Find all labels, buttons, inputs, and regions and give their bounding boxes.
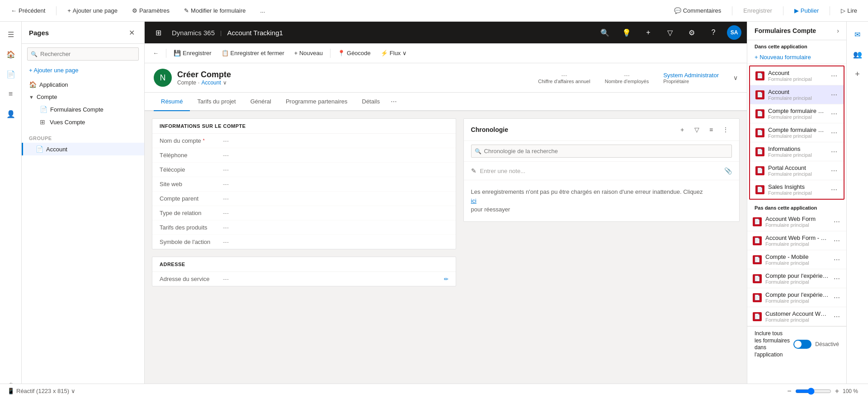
telephone-value[interactable]: ---: [223, 152, 448, 159]
tree-item-vues-compte[interactable]: ⊞ Vues Compte: [22, 116, 144, 128]
right-add-btn[interactable]: +: [849, 65, 867, 83]
form-more-btn[interactable]: ⋯: [830, 128, 838, 137]
geocode-button[interactable]: 📍 Géocode: [333, 47, 375, 59]
hamburger-button[interactable]: ☰: [2, 25, 20, 43]
entity-type-link[interactable]: Account: [201, 80, 221, 86]
form-item-portal-account[interactable]: 📄 Portal Account Formulaire principal ⋯: [750, 161, 844, 180]
form-more-btn[interactable]: ⋯: [830, 185, 838, 194]
form-item-account-2[interactable]: 📄 Account Formulaire principal ⋯: [750, 85, 844, 104]
form-more-btn[interactable]: ⋯: [830, 109, 838, 118]
pages-search-input[interactable]: [27, 47, 139, 61]
attach-icon[interactable]: 📎: [724, 167, 732, 174]
tab-details[interactable]: Détails: [355, 93, 387, 111]
form-more-btn[interactable]: ⋯: [830, 71, 838, 80]
tab-programme[interactable]: Programme partenaires: [278, 93, 355, 111]
form-more-btn[interactable]: ⋯: [833, 274, 841, 283]
form-item-compte-mobile[interactable]: 📄 Compte - Mobile Formulaire principal ⋯: [747, 250, 846, 269]
tree-item-formulaires-compte[interactable]: 📄 Formulaires Compte: [22, 103, 144, 116]
toggle-switch[interactable]: [793, 340, 811, 349]
site-web-value[interactable]: ---: [223, 181, 448, 187]
add-page-btn[interactable]: + Ajouter une page: [22, 64, 144, 76]
address-edit-icon[interactable]: ✏: [444, 276, 448, 282]
filter-button[interactable]: ▽: [662, 24, 678, 41]
flux-button[interactable]: ⚡ Flux ∨: [376, 47, 412, 59]
prev-button[interactable]: ← Précédent: [7, 5, 49, 16]
form-more-btn[interactable]: ⋯: [830, 90, 838, 99]
outlook-icon-btn[interactable]: ✉: [849, 25, 867, 43]
save-close-button[interactable]: 📋 Enregistrer et fermer: [217, 47, 289, 59]
new-form-button[interactable]: + Nouveau formulaire: [747, 51, 846, 64]
zoom-out-button[interactable]: −: [787, 387, 791, 395]
owner-name[interactable]: System Administrator: [663, 72, 719, 79]
retry-link[interactable]: ici: [471, 197, 476, 204]
pages-icon-btn[interactable]: 📄: [2, 65, 20, 83]
params-button[interactable]: ⚙ Paramètres: [128, 5, 173, 16]
tab-resume[interactable]: Résumé: [154, 93, 190, 111]
add-button[interactable]: +: [640, 24, 656, 41]
form-more-btn[interactable]: ⋯: [833, 236, 841, 245]
home-icon-btn[interactable]: 🏠: [2, 45, 20, 63]
form-more-btn[interactable]: ⋯: [833, 312, 841, 321]
more-button[interactable]: ...: [256, 5, 269, 16]
tab-general[interactable]: Général: [243, 93, 278, 111]
chrono-sort-btn[interactable]: ≡: [705, 123, 717, 136]
forms-panel-expand-button[interactable]: ›: [837, 27, 839, 34]
zoom-slider-input[interactable]: [795, 388, 831, 395]
apps-grid-button[interactable]: ⊞: [150, 24, 166, 41]
form-more-btn[interactable]: ⋯: [830, 147, 838, 156]
form-item-account-web-form[interactable]: 📄 Account Web Form Formulaire principal …: [747, 212, 846, 231]
read-button[interactable]: ▷ Lire: [837, 5, 861, 16]
responsive-icon: 📱: [7, 388, 14, 394]
person-icon-btn[interactable]: 👤: [2, 105, 20, 123]
form-item-compte-princ-2[interactable]: 📄 Compte formulaire princ... Formulaire …: [750, 123, 844, 142]
form-item-compte-experience-1[interactable]: 📄 Compte pour l'expérienc... Formulaire …: [747, 269, 846, 288]
user-avatar[interactable]: SA: [727, 25, 741, 40]
form-item-account-1[interactable]: 📄 Account Formulaire principal ⋯: [750, 66, 844, 85]
comments-button[interactable]: 💬 Commentaires: [670, 5, 725, 16]
note-input[interactable]: Entrer une note...: [480, 168, 721, 174]
compte-parent-value[interactable]: ---: [223, 195, 448, 202]
tree-item-account[interactable]: 📄 Account: [22, 143, 144, 155]
form-item-compte-experience-2[interactable]: 📄 Compte pour l'expérienc... Formulaire …: [747, 288, 846, 307]
form-more-btn[interactable]: ⋯: [833, 293, 841, 302]
form-item-compte-princ-1[interactable]: 📄 Compte formulaire princ... Formulaire …: [750, 104, 844, 123]
pages-search-area: 🔍: [22, 44, 144, 64]
save-button[interactable]: 💾 Enregistrer: [169, 47, 216, 59]
form-more-btn[interactable]: ⋯: [833, 255, 841, 264]
telecopie-value[interactable]: ---: [223, 166, 448, 173]
tab-more[interactable]: ···: [387, 94, 400, 109]
chrono-add-btn[interactable]: +: [676, 123, 689, 136]
register-button-disabled[interactable]: Enregistrer: [740, 5, 776, 16]
publish-button[interactable]: ▶ Publier: [791, 5, 822, 16]
search-button[interactable]: 🔍: [597, 24, 613, 41]
new-button[interactable]: + Nouveau: [290, 47, 327, 59]
tree-item-compte[interactable]: ▼ Compte: [22, 91, 144, 103]
chrono-more-btn[interactable]: ⋮: [719, 123, 732, 136]
form-item-informations[interactable]: 📄 Informations Formulaire principal ⋯: [750, 142, 844, 161]
nom-compte-value[interactable]: ---: [223, 137, 448, 144]
gear-button[interactable]: ⚙: [684, 24, 700, 41]
zoom-in-button[interactable]: +: [835, 387, 839, 395]
form-more-btn[interactable]: ⋯: [830, 166, 838, 175]
help-button[interactable]: ?: [705, 24, 722, 41]
form-item-customer-account-web[interactable]: 📄 Customer Account Web ... Formulaire pr…: [747, 307, 846, 326]
symbole-action-value[interactable]: ---: [223, 239, 448, 245]
add-page-button[interactable]: + Ajouter une page: [64, 5, 121, 16]
nav-icon-btn[interactable]: ≡: [2, 85, 20, 103]
tab-tarifs[interactable]: Tarifs du projet: [190, 93, 243, 111]
back-button[interactable]: ←: [148, 47, 163, 59]
form-item-sales-insights[interactable]: 📄 Sales Insights Formulaire principal ⋯: [750, 180, 844, 199]
form-item-account-web-form-jap[interactable]: 📄 Account Web Form - Jap... Formulaire p…: [747, 231, 846, 250]
responsive-button[interactable]: 📱 Réactif (1223 x 815) ∨: [7, 388, 75, 394]
pages-close-button[interactable]: ✕: [126, 27, 137, 38]
edit-form-button[interactable]: ✎ Modifier le formulaire: [180, 5, 249, 16]
expand-icon[interactable]: ∨: [733, 74, 738, 81]
tree-item-application[interactable]: 🏠 Application: [22, 78, 144, 91]
chrono-search-input[interactable]: [471, 145, 732, 158]
form-more-btn[interactable]: ⋯: [833, 217, 841, 226]
tarifs-produits-value[interactable]: ---: [223, 224, 448, 231]
chrono-filter-btn[interactable]: ▽: [690, 123, 703, 136]
teams-icon-btn[interactable]: 👥: [849, 45, 867, 63]
type-relation-value[interactable]: ---: [223, 210, 448, 216]
lightbulb-button[interactable]: 💡: [618, 24, 635, 41]
